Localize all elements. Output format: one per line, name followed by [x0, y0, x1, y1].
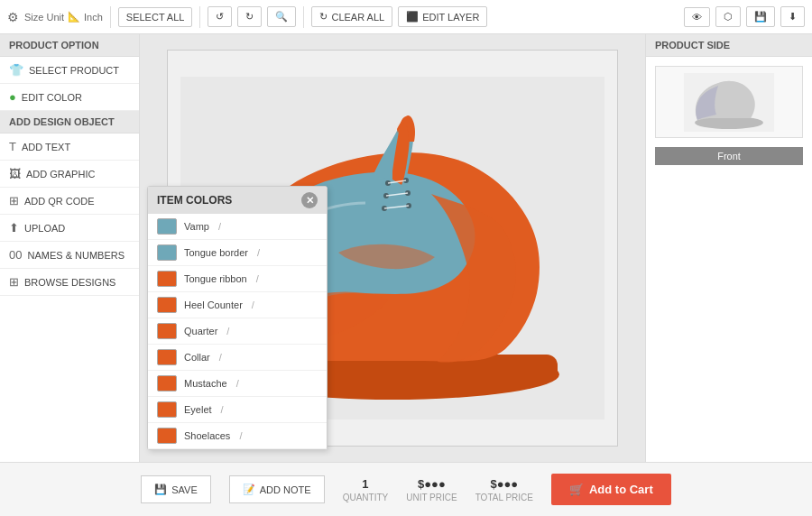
right-panel: PRODUCT SIDE Front [645, 34, 812, 462]
color-item-shoelaces[interactable]: Shoelaces / [148, 423, 327, 449]
names-label: NAMES & NUMBERS [27, 250, 125, 261]
download-icon: ⬇ [789, 11, 797, 23]
color-item-slash: / [226, 326, 229, 336]
unit-price-value: $●●● [406, 477, 457, 491]
unit-price-section: $●●● UNIT PRICE [406, 477, 457, 502]
add-graphic-item[interactable]: 🖼 ADD GRAPHIC [0, 161, 139, 188]
main-area: PRODUCT OPTION 👕 SELECT PRODUCT ● EDIT C… [0, 34, 812, 462]
quantity-label: QUANTITY [343, 493, 389, 502]
color-item-tongue-border[interactable]: Tongue border / [148, 240, 327, 266]
color-item-name: Quarter [184, 326, 217, 336]
save-label: SAVE [171, 484, 198, 495]
undo-icon: ↺ [216, 11, 224, 23]
bottom-bar: 💾 SAVE 📝 ADD NOTE 1 QUANTITY $●●● UNIT P… [0, 462, 812, 516]
product-option-title: PRODUCT OPTION [0, 34, 139, 57]
add-text-item[interactable]: T ADD TEXT [0, 134, 139, 161]
select-all-label: SELECT ALL [126, 12, 185, 23]
front-label[interactable]: Front [655, 147, 803, 165]
color-item-tongue-ribbon[interactable]: Tongue ribbon / [148, 266, 327, 292]
select-product-label: SELECT PRODUCT [29, 65, 119, 76]
names-numbers-item[interactable]: 00 NAMES & NUMBERS [0, 242, 139, 269]
color-item-name: Vamp [184, 221, 209, 232]
color-item-collar[interactable]: Collar / [148, 345, 327, 371]
item-colors-header: ITEM COLORS ✕ [148, 187, 327, 214]
redo-button[interactable]: ↻ [237, 6, 262, 27]
save-cloud-button[interactable]: 💾 [746, 6, 775, 27]
left-panel: PRODUCT OPTION 👕 SELECT PRODUCT ● EDIT C… [0, 34, 140, 462]
browse-designs-item[interactable]: ⊞ BROWSE DESIGNS [0, 269, 139, 296]
edit-layer-label: EDIT LAYER [422, 12, 479, 23]
add-text-label: ADD TEXT [22, 142, 70, 152]
add-to-cart-button[interactable]: 🛒 Add to Cart [551, 474, 671, 505]
color-swatch [157, 323, 177, 339]
undo-button[interactable]: ↺ [208, 6, 232, 27]
unit-price-label: UNIT PRICE [406, 493, 457, 502]
upload-label: UPLOAD [24, 223, 65, 234]
color-item-name: Mustache [184, 378, 227, 389]
item-colors-close-button[interactable]: ✕ [301, 192, 318, 208]
share-icon: ⬡ [724, 11, 733, 23]
color-swatch [157, 271, 177, 287]
color-icon: ● [9, 90, 16, 104]
color-item-name: Shoelaces [184, 430, 230, 441]
eye-icon: 👁 [692, 12, 702, 23]
color-item-name: Eyelet [184, 404, 212, 415]
save-icon: 💾 [154, 484, 167, 495]
color-items-list: Vamp / Tongue border / Tongue ribbon / H… [148, 214, 327, 449]
upload-item[interactable]: ⬆ UPLOAD [0, 215, 139, 242]
download-button[interactable]: ⬇ [780, 6, 805, 27]
redo-icon: ↻ [245, 11, 254, 23]
cart-icon: 🛒 [569, 483, 584, 496]
color-item-slash: / [252, 299, 254, 310]
add-note-button[interactable]: 📝 ADD NOTE [229, 475, 325, 503]
browse-icon: ⊞ [9, 275, 19, 289]
zoom-button[interactable]: 🔍 [267, 6, 296, 27]
preview-button[interactable]: 👁 [684, 7, 710, 27]
share-button[interactable]: ⬡ [715, 6, 741, 27]
zoom-icon: 🔍 [275, 11, 288, 23]
clear-all-button[interactable]: ↻ CLEAR ALL [311, 6, 392, 27]
note-icon: 📝 [243, 484, 255, 495]
color-item-name: Heel Counter [184, 299, 243, 310]
color-item-quarter[interactable]: Quarter / [148, 318, 327, 345]
color-swatch [157, 349, 177, 365]
edit-color-item[interactable]: ● EDIT COLOR [0, 84, 139, 111]
color-item-slash: / [221, 404, 224, 415]
product-thumbnail[interactable] [655, 66, 803, 138]
color-item-vamp[interactable]: Vamp / [148, 214, 327, 240]
color-item-slash: / [236, 378, 239, 389]
divider-1 [110, 6, 111, 28]
color-item-eyelet[interactable]: Eyelet / [148, 397, 327, 423]
qr-icon: ⊞ [9, 194, 19, 207]
total-price-section: $●●● TOTAL PRICE [475, 477, 533, 502]
refresh-icon: ↻ [319, 11, 328, 23]
total-price-value: $●●● [475, 477, 533, 491]
color-item-mustache[interactable]: Mustache / [148, 371, 327, 397]
color-item-name: Tongue border [184, 247, 248, 258]
graphic-icon: 🖼 [9, 167, 21, 180]
size-unit-container: Size Unit 📐 Inch [24, 11, 103, 23]
total-price-label: TOTAL PRICE [475, 493, 533, 502]
item-colors-title: ITEM COLORS [157, 194, 232, 207]
add-design-title: ADD DESIGN OBJECT [0, 111, 139, 134]
text-icon: T [9, 140, 16, 153]
color-item-slash: / [219, 352, 222, 363]
add-qr-item[interactable]: ⊞ ADD QR CODE [0, 188, 139, 215]
save-button[interactable]: 💾 SAVE [141, 475, 211, 503]
color-item-slash: / [256, 273, 259, 284]
edit-layer-button[interactable]: ⬛ EDIT LAYER [398, 6, 487, 27]
select-product-item[interactable]: 👕 SELECT PRODUCT [0, 57, 139, 84]
size-unit-label: Size Unit [24, 12, 64, 23]
divider-3 [303, 6, 304, 28]
item-colors-panel: ITEM COLORS ✕ Vamp / Tongue border / Ton… [147, 186, 328, 450]
color-item-slash: / [239, 430, 242, 441]
browse-label: BROWSE DESIGNS [24, 277, 115, 288]
thumbnail-shoe-image [684, 73, 774, 132]
color-item-name: Collar [184, 352, 210, 363]
quantity-value: 1 [343, 477, 389, 491]
color-item-heel-counter[interactable]: Heel Counter / [148, 292, 327, 318]
names-icon: 00 [9, 248, 22, 262]
edit-color-label: EDIT COLOR [22, 92, 82, 103]
shirt-icon: 👕 [9, 63, 23, 77]
select-all-button[interactable]: SELECT ALL [118, 7, 193, 27]
